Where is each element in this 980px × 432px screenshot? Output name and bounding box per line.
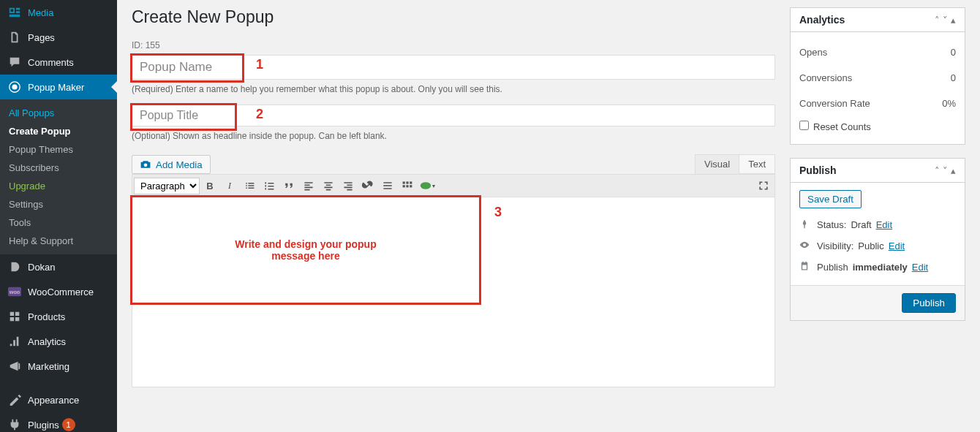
align-left-button[interactable]: [299, 176, 318, 195]
reset-counts[interactable]: Reset Counts: [799, 121, 871, 132]
svg-rect-4: [403, 181, 405, 183]
conversions-value: 0: [951, 72, 956, 83]
sidebar-label: WooCommerce: [28, 287, 94, 298]
svg-point-0: [12, 84, 17, 89]
dokan-icon: [7, 259, 22, 274]
annotation-3-text: Write and design your popup message here: [219, 238, 393, 262]
more-button[interactable]: [378, 176, 397, 195]
editor-wrap: Add Media Visual Text Paragraph B I: [132, 154, 775, 387]
sidebar-label: Dokan: [28, 262, 56, 273]
svg-rect-5: [406, 181, 408, 183]
sub-tools[interactable]: Tools: [0, 213, 117, 232]
annotation-1: 1: [256, 57, 263, 72]
popup-name-wrap: 1: [132, 55, 775, 80]
pin-icon: [799, 219, 813, 231]
sub-create-popup[interactable]: Create Popup: [0, 122, 117, 140]
sidebar-label: Media: [28, 7, 53, 18]
align-center-button[interactable]: [319, 176, 338, 195]
sidebar-label: Marketing: [28, 361, 69, 372]
opens-label: Opens: [799, 47, 827, 58]
add-media-label: Add Media: [156, 159, 203, 170]
sidebar-item-popup-maker[interactable]: Popup Maker: [0, 75, 117, 99]
align-right-button[interactable]: [339, 176, 358, 195]
comments-icon: [7, 55, 22, 69]
calendar-icon: [799, 261, 813, 273]
sidebar-item-media[interactable]: Media: [0, 0, 117, 25]
annotation-2: 2: [256, 107, 263, 122]
rate-value: 0%: [942, 98, 956, 109]
editor-body[interactable]: Write and design your popup message here…: [132, 197, 775, 387]
move-up-icon[interactable]: ˄: [935, 15, 940, 26]
popup-icon: [7, 80, 22, 94]
visibility-value: Public: [858, 240, 883, 251]
plugins-badge: 1: [62, 418, 75, 431]
annotation-3: 3: [494, 205, 502, 220]
link-button[interactable]: [358, 176, 377, 195]
sidebar-item-pages[interactable]: Pages: [0, 25, 117, 50]
svg-rect-6: [410, 181, 412, 183]
schedule-edit-link[interactable]: Edit: [912, 262, 928, 273]
sub-subscribers[interactable]: Subscribers: [0, 159, 117, 177]
sidebar-label: Pages: [28, 32, 55, 43]
sidebar-label: Analytics: [28, 336, 66, 347]
sub-popup-themes[interactable]: Popup Themes: [0, 140, 117, 159]
publish-button[interactable]: Publish: [902, 293, 956, 313]
svg-rect-8: [406, 185, 408, 187]
status-edit-link[interactable]: Edit: [876, 219, 892, 230]
add-media-button[interactable]: Add Media: [132, 155, 211, 174]
numbers-button[interactable]: [260, 176, 279, 195]
rate-label: Conversion Rate: [799, 98, 870, 109]
sidebar-item-products[interactable]: Products: [0, 304, 117, 329]
svg-point-10: [420, 182, 430, 189]
fullscreen-button[interactable]: [754, 176, 773, 195]
sidebar-item-dokan[interactable]: Dokan: [0, 254, 117, 279]
tab-text[interactable]: Text: [739, 154, 775, 174]
sidebar-label: Appearance: [28, 395, 79, 406]
pages-icon: [7, 30, 22, 45]
visibility-label: Visibility:: [817, 240, 853, 251]
move-down-icon[interactable]: ˅: [943, 165, 948, 176]
toolbar-toggle-button[interactable]: [398, 176, 417, 195]
italic-button[interactable]: I: [220, 176, 239, 195]
reset-checkbox[interactable]: [799, 121, 809, 130]
sub-all-popups[interactable]: All Popups: [0, 104, 117, 122]
sub-help-support[interactable]: Help & Support: [0, 232, 117, 250]
svg-rect-9: [410, 185, 412, 187]
admin-sidebar: Media Pages Comments Popup Maker All Pop…: [0, 0, 117, 432]
main-content: Create New Popup ID: 155 1 (Required) En…: [117, 0, 980, 432]
sidebar-label: Products: [28, 311, 65, 322]
sub-upgrade[interactable]: Upgrade: [0, 177, 117, 195]
popup-title-input[interactable]: [132, 105, 775, 126]
sidebar-item-marketing[interactable]: Marketing: [0, 354, 117, 379]
visibility-edit-link[interactable]: Edit: [889, 240, 905, 251]
publish-box: Publish ˄ ˅ ▴ Save Draft Status: Draft E…: [790, 158, 965, 321]
sidebar-item-comments[interactable]: Comments: [0, 50, 117, 75]
bold-button[interactable]: B: [200, 176, 219, 195]
status-value: Draft: [851, 219, 871, 230]
toggle-icon[interactable]: ▴: [951, 165, 956, 176]
save-draft-button[interactable]: Save Draft: [799, 190, 862, 208]
popup-name-input[interactable]: [132, 55, 775, 80]
shortcode-button[interactable]: ▾: [418, 176, 437, 195]
popup-title-wrap: 2: [132, 105, 775, 126]
sidebar-label: Comments: [28, 57, 74, 68]
toggle-icon[interactable]: ▴: [951, 15, 956, 26]
sidebar-item-analytics[interactable]: Analytics: [0, 329, 117, 354]
products-icon: [7, 309, 22, 324]
move-down-icon[interactable]: ˅: [943, 15, 948, 26]
sidebar-item-plugins[interactable]: Plugins 1: [0, 412, 117, 432]
quote-button[interactable]: [279, 176, 298, 195]
annotation-box-3: Write and design your popup message here: [130, 195, 481, 305]
format-select[interactable]: Paragraph: [134, 178, 200, 194]
sidebar-submenu: All Popups Create Popup Popup Themes Sub…: [0, 99, 117, 254]
sidebar-item-appearance[interactable]: Appearance: [0, 387, 117, 412]
sidebar-item-woocommerce[interactable]: woo WooCommerce: [0, 279, 117, 304]
publish-title: Publish: [799, 164, 837, 176]
tab-visual[interactable]: Visual: [695, 154, 739, 174]
bullets-button[interactable]: [240, 176, 259, 195]
media-icon: [7, 5, 22, 20]
popup-name-help: (Required) Enter a name to help you reme…: [132, 84, 775, 94]
sub-settings[interactable]: Settings: [0, 195, 117, 213]
move-up-icon[interactable]: ˄: [935, 165, 940, 176]
schedule-value: immediately: [853, 262, 908, 273]
